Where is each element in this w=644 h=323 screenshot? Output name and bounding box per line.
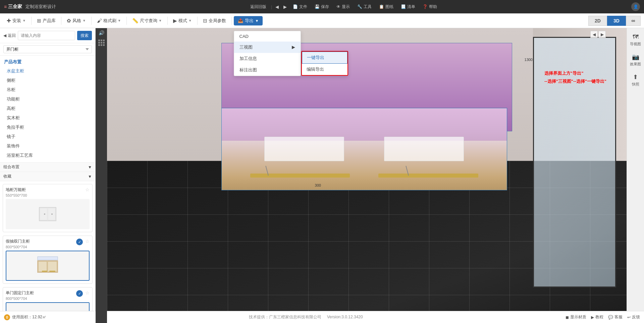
star-icon-1[interactable]: ☆ (85, 239, 90, 244)
global-params-btn[interactable]: ⊟ 全局参数 (200, 16, 229, 25)
cat-item-6[interactable]: 免拉手柜 (0, 123, 95, 132)
export-btn[interactable]: 📤 导出 ▼ (234, 16, 263, 25)
one-click-export-label: 一键导出 (307, 55, 324, 60)
category-dropdown[interactable]: 开门柜 (3, 45, 92, 53)
feedback-btn[interactable]: ↩ 反馈 (627, 314, 640, 320)
process-info-item[interactable]: 加工信息 (234, 53, 301, 64)
nav-drawing-btn[interactable]: 📋 图纸 (376, 3, 396, 10)
product-item-0[interactable]: ☆ 地柜万能柜 550*550*700 (3, 184, 93, 232)
viewport-canvas: 1300 300 ◀ ▶ (107, 28, 627, 323)
cat-item-9[interactable]: 浴室柜工艺库 (0, 151, 95, 160)
format-btn[interactable]: 🖌 格式刷 ▼ (94, 16, 124, 25)
nav-help-btn[interactable]: ❓ 帮助 (420, 3, 440, 10)
search-btn[interactable]: 搜索 (77, 31, 92, 40)
svg-point-3 (44, 213, 45, 215)
search-input[interactable] (18, 31, 75, 40)
nav-right-arrow[interactable]: ▶ (598, 31, 606, 38)
view-2d-label: 2D (595, 18, 601, 23)
info-badge: 0 (4, 314, 10, 320)
cat-item-2[interactable]: 吊柜 (0, 85, 95, 94)
product-item-1[interactable]: ☆ ✓ 假抽双门主柜 800*500*704 (3, 236, 93, 284)
tutorial-btn[interactable]: ▶ 教程 (591, 314, 603, 320)
consult-label: 客服 (614, 314, 623, 320)
viewport: 🔊 (96, 28, 627, 323)
nav-back-icon[interactable]: ◀ (274, 4, 280, 9)
back-label: 返回 (8, 33, 16, 39)
product-size-0: 550*550*700 (6, 193, 90, 197)
cat-item-5[interactable]: 实木柜 (0, 113, 95, 123)
export-arrow: ▼ (255, 19, 259, 23)
nav-display-btn[interactable]: 👁 显示 (334, 3, 353, 10)
nav-file-btn[interactable]: 📄 文件 (290, 3, 310, 10)
group-collect-label: 收藏 (3, 174, 11, 179)
nav-left-arrow[interactable]: ◀ (590, 31, 598, 38)
cat-item-8[interactable]: 装饰件 (0, 141, 95, 151)
one-click-export-item[interactable]: 一键导出 (302, 52, 347, 64)
install-btn[interactable]: ✚ 安装 ▼ (3, 16, 29, 25)
three-view-label: 三视图 (239, 44, 253, 50)
export-icon: 📤 (238, 18, 243, 23)
logo: ≡ 三全家 (4, 4, 22, 10)
three-view-menu-item[interactable]: 三视图 ▶ 一键导出 编辑导出 (234, 42, 301, 53)
dimension-btn[interactable]: 📏 尺寸查询 ▼ (129, 16, 165, 25)
consult-icon: 💬 (608, 315, 613, 320)
back-old-btn[interactable]: 返回旧版 (248, 3, 269, 10)
view-2d-btn[interactable]: 2D (588, 16, 607, 26)
left-sidebar: ◀ 返回 搜索 开门柜 产品布置 水盆主柜 侧柜 吊柜 功能柜 高柜 实木柜 免… (0, 28, 96, 323)
view-icon: 🗺 (633, 34, 639, 41)
product-thumb-0 (6, 199, 90, 229)
viewport-nav: ◀ ▶ (590, 31, 606, 38)
right-sidebar: 🗺 导视图 📷 效果图 ⬆ 快照 (627, 28, 644, 323)
style-icon: ✿ (67, 18, 71, 24)
divider-6 (197, 17, 198, 25)
right-btn-snapshot[interactable]: ⬆ 快照 (628, 71, 643, 89)
cat-item-7[interactable]: 镜子 (0, 132, 95, 141)
export-dropdown: CAD 三视图 ▶ 一键导出 编辑导出 加工信息 标注出图 (234, 31, 301, 76)
nav-tools-btn[interactable]: 🔧 工具 (355, 3, 374, 10)
view-3d-btn[interactable]: 3D (607, 16, 626, 26)
style-btn[interactable]: ✿ 风格 ▼ (63, 16, 89, 25)
divider-3 (91, 17, 92, 25)
mode-btn[interactable]: ▶ 模式 ▼ (170, 16, 195, 25)
back-arrow-icon: ◀ (3, 33, 6, 38)
right-btn-render-label: 效果图 (630, 62, 641, 67)
cat-item-0[interactable]: 水盆主柜 (0, 66, 95, 76)
product-library-btn[interactable]: ⊞ 产品库 (34, 16, 59, 25)
product-label: 产品库 (43, 18, 56, 24)
star-icon-2[interactable]: ☆ (85, 290, 90, 296)
right-btn-view-label: 导视图 (630, 42, 641, 47)
sidebar-back-btn[interactable]: ◀ 返回 (3, 33, 16, 39)
grid-icon[interactable] (98, 40, 105, 46)
nav-forward-icon[interactable]: ▶ (282, 4, 288, 9)
show-materials-btn[interactable]: ◼ 显示材质 (566, 314, 586, 320)
right-btn-view[interactable]: 🗺 导视图 (628, 31, 643, 49)
mode-icon: ▶ (173, 18, 177, 24)
global-params-label: 全局参数 (209, 18, 226, 24)
star-icon-0[interactable]: ☆ (85, 187, 90, 192)
right-btn-render[interactable]: 📷 效果图 (628, 51, 643, 69)
right-btn-snapshot-label: 快照 (632, 82, 639, 87)
nav-save-btn[interactable]: 💾 保存 (312, 3, 332, 10)
bottom-bar-center: 技术提供：广东三橙家信息科技有限公司 Version:3.0.12.3420 (50, 314, 562, 320)
cat-item-3[interactable]: 功能柜 (0, 94, 95, 104)
cad-menu-item[interactable]: CAD (234, 31, 301, 42)
standard-view-item[interactable]: 标注出图 (234, 64, 301, 76)
cat-item-1[interactable]: 侧柜 (0, 76, 95, 85)
sound-icon[interactable]: 🔊 (99, 30, 104, 36)
consult-btn[interactable]: 💬 客服 (608, 314, 623, 320)
svg-rect-6 (38, 261, 47, 272)
svg-rect-10 (49, 271, 55, 272)
group-combine-label: 组合布置 (3, 164, 19, 170)
viewport-left-bar: 🔊 (96, 28, 107, 323)
info-count: 0 (6, 315, 8, 319)
view-vr-label: ∞ (631, 18, 635, 24)
user-avatar[interactable]: 👤 (631, 2, 640, 11)
nav-list-btn[interactable]: 📃 清单 (398, 3, 418, 10)
edit-export-item[interactable]: 编辑导出 (302, 64, 347, 75)
group-collect-title[interactable]: 收藏 ▼ (0, 172, 95, 181)
dimension-arrow: ▼ (159, 19, 162, 22)
group-combine-title[interactable]: 组合布置 ▼ (0, 163, 95, 172)
view-vr-btn[interactable]: ∞ (626, 16, 641, 26)
top-bar-title: 定制浴室柜设计 (25, 4, 56, 10)
cat-item-4[interactable]: 高柜 (0, 104, 95, 113)
